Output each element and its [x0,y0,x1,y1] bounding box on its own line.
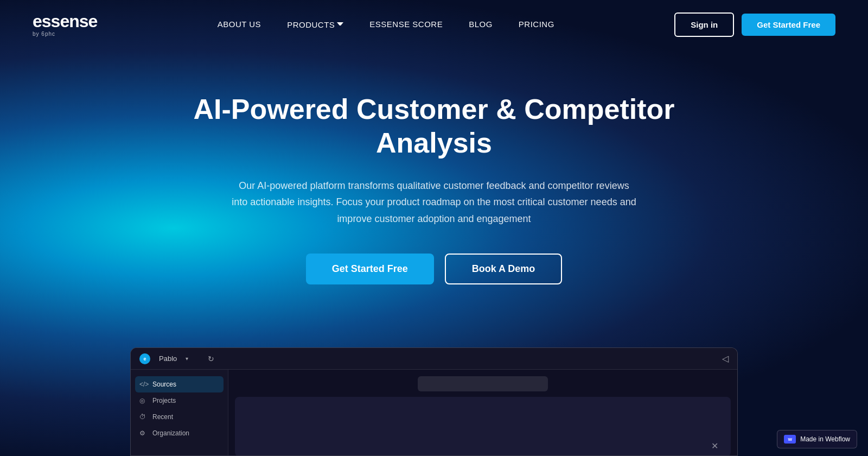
org-icon: ⚙ [139,429,147,437]
app-content-area: ✕ [235,397,731,456]
app-body: </> Sources ◎ Projects ⏱ Recent ⚙ Organi… [131,370,737,456]
nav-links: ABOUT US PRODUCTS ESSENSE SCORE BLOG PRI… [218,20,554,29]
nav-item-about[interactable]: ABOUT US [218,20,261,29]
get-started-hero-button[interactable]: Get Started Free [306,254,434,284]
get-started-nav-button[interactable]: Get Started Free [742,14,835,36]
sidebar-item-recent[interactable]: ⏱ Recent [131,409,228,425]
book-demo-button[interactable]: Book A Demo [445,254,563,284]
logo[interactable]: essense by 6phc [33,12,97,37]
signin-button[interactable]: Sign in [674,12,734,37]
sidebar-label-sources: Sources [152,381,176,388]
webflow-badge[interactable]: W Made in Webflow [777,430,857,448]
hero-buttons: Get Started Free Book A Demo [306,254,563,284]
nav-actions: Sign in Get Started Free [674,12,835,37]
hero-title: AI-Powered Customer & Competitor Analysi… [190,92,678,160]
sidebar-item-projects[interactable]: ◎ Projects [131,392,228,409]
app-main: ✕ [228,370,737,456]
webflow-icon: W [784,435,796,444]
hero-description: Our AI-powered platform transforms quali… [231,178,637,227]
sidebar-item-sources[interactable]: </> Sources [135,376,224,392]
app-user-label: Pablo [159,354,177,363]
sidebar-item-organization[interactable]: ⚙ Organization [131,425,228,441]
sidebar-toggle-icon[interactable]: ◁ [722,353,729,364]
sidebar-label-projects: Projects [152,397,176,404]
sidebar-label-recent: Recent [152,413,173,421]
app-refresh-icon[interactable]: ↻ [208,354,214,363]
app-titlebar: e Pablo ▾ ↻ ◁ [131,348,737,370]
nav-link-about[interactable]: ABOUT US [218,20,261,29]
nav-item-products[interactable]: PRODUCTS [287,20,343,29]
logo-sub: by 6phc [33,31,55,37]
close-icon[interactable]: ✕ [709,440,720,451]
app-logo-circle: e [139,353,150,364]
nav-link-pricing[interactable]: PRICING [519,20,554,29]
app-logo-icon: e [143,356,146,362]
nav-link-essense-score[interactable]: ESSENSE SCORE [369,20,443,29]
app-user-chevron-icon: ▾ [186,356,188,362]
sidebar-label-organization: Organization [152,429,189,437]
nav-item-pricing[interactable]: PRICING [519,20,554,29]
hero-section: AI-Powered Customer & Competitor Analysi… [0,49,868,284]
app-search-bar[interactable] [418,376,548,391]
nav-link-products[interactable]: PRODUCTS [287,20,343,29]
project-icon: ◎ [139,397,147,404]
nav-item-blog[interactable]: BLOG [469,20,493,29]
navigation: essense by 6phc ABOUT US PRODUCTS ESSENS… [0,0,868,49]
app-preview: e Pablo ▾ ↻ ◁ </> Sources ◎ Projects ⏱ R… [130,347,738,456]
clock-icon: ⏱ [139,413,147,421]
chevron-down-icon [337,22,343,27]
app-window: e Pablo ▾ ↻ ◁ </> Sources ◎ Projects ⏱ R… [130,347,738,456]
app-sidebar: </> Sources ◎ Projects ⏱ Recent ⚙ Organi… [131,370,228,456]
nav-item-essense-score[interactable]: ESSENSE SCORE [369,20,443,29]
webflow-label: Made in Webflow [800,435,850,443]
code-icon: </> [139,381,147,388]
logo-name: essense [33,12,97,30]
nav-link-blog[interactable]: BLOG [469,20,493,29]
